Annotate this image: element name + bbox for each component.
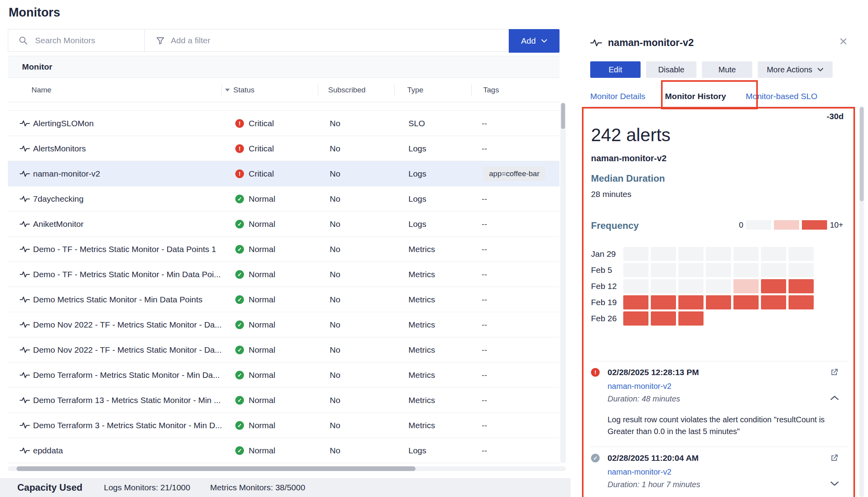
metrics-capacity: Metrics Monitors: 38/5000 [210, 483, 305, 492]
more-actions-button[interactable]: More Actions [758, 61, 833, 78]
heatmap-cell [761, 295, 786, 309]
legend-max: 10+ [830, 221, 843, 230]
monitor-name: Demo - TF - Metrics Static Monitor - Min… [33, 270, 221, 279]
heatmap-cell [678, 247, 704, 261]
search-box[interactable] [8, 29, 144, 52]
table-row[interactable]: naman-monitor-v2 ! Critical No Logs app=… [8, 161, 560, 186]
mute-button[interactable]: Mute [702, 61, 752, 78]
chevron-icon[interactable] [830, 395, 839, 401]
monitor-icon [20, 120, 30, 127]
col-name[interactable]: Name [31, 86, 52, 94]
monitor-icon [20, 321, 30, 328]
heatmap-cell [789, 247, 814, 261]
tag-chip: app=coffee-bar [483, 167, 545, 181]
scrollbar-thumb[interactable] [561, 103, 565, 129]
table-row[interactable]: Demo Terraform 13 - Metrics Static Monit… [8, 388, 560, 413]
search-input[interactable] [34, 35, 129, 46]
status-icon: ✓ [235, 421, 244, 430]
heatmap-cell [623, 311, 648, 326]
close-icon[interactable]: ✕ [839, 35, 848, 48]
chevron-down-icon [541, 39, 547, 43]
tab-monitor-based-slo[interactable]: Monitor-based SLO [746, 92, 817, 101]
table-horizontal-scrollbar[interactable] [8, 466, 566, 471]
table-row[interactable]: Demo - TF - Metrics Static Monitor - Dat… [8, 237, 560, 262]
capacity-label: Capacity Used [17, 482, 82, 493]
tags-value: -- [482, 320, 487, 329]
col-type[interactable]: Type [407, 86, 423, 94]
tags-value: -- [482, 219, 487, 229]
tags-value: -- [482, 295, 487, 304]
add-filter-label: Add a filter [171, 36, 210, 45]
heatmap-cell [678, 263, 704, 277]
monitor-name: Demo Terraform 13 - Metrics Static Monit… [33, 396, 221, 405]
monitor-icon [20, 170, 30, 177]
table-row[interactable]: epddata ✓ Normal No Logs -- [8, 438, 560, 463]
type-value: Logs [408, 194, 427, 204]
scrollbar-thumb[interactable] [860, 107, 864, 201]
table-group-header[interactable]: Monitor [8, 56, 560, 78]
table-row[interactable]: Demo Terraform 3 - Metrics Static Monito… [8, 413, 560, 438]
heatmap-cell [733, 263, 759, 277]
status-icon: ! [235, 119, 244, 128]
alerts-count: 242 alerts [591, 124, 670, 145]
tab-monitor-history[interactable]: Monitor History [665, 92, 726, 101]
subscribed-value: No [330, 270, 340, 279]
disable-button[interactable]: Disable [646, 61, 696, 78]
legend-min: 0 [739, 221, 743, 230]
status-icon: ! [235, 169, 244, 178]
sort-icon [225, 88, 230, 92]
tags-value: -- [482, 270, 487, 279]
heatmap-week-label: Feb 5 [591, 265, 623, 275]
monitor-icon [20, 145, 30, 152]
subscribed-value: No [330, 194, 340, 204]
subscribed-value: No [330, 370, 340, 380]
alert-monitor-link[interactable]: naman-monitor-v2 [608, 468, 671, 477]
table-row[interactable]: Demo Metrics Static Monitor - Min Data P… [8, 287, 560, 312]
type-value: Metrics [408, 421, 435, 430]
capacity-footer: Capacity Used Logs Monitors: 21/1000 Met… [0, 478, 571, 497]
heatmap-week-label: Feb 19 [591, 298, 623, 307]
edit-button[interactable]: Edit [590, 61, 641, 78]
table-row[interactable]: AlertsMonitors ! Critical No Logs -- [8, 136, 560, 161]
heatmap-cell [678, 311, 704, 326]
table-row[interactable]: Demo Nov 2022 - TF - Metrics Static Moni… [8, 312, 560, 337]
status-label: Normal [249, 194, 275, 204]
scrollbar-thumb[interactable] [17, 466, 416, 471]
heatmap-cell [733, 279, 759, 293]
table-row[interactable]: Demo Terraform - Metrics Static Monitor … [8, 363, 560, 388]
add-filter-button[interactable]: Add a filter [145, 36, 210, 45]
table-row[interactable]: 7daychecking ✓ Normal No Logs -- [8, 186, 560, 212]
column-divider [394, 84, 395, 96]
chevron-icon[interactable] [830, 481, 839, 486]
subscribed-value: No [330, 295, 340, 304]
page-title: Monitors [9, 6, 60, 20]
tags-value: -- [482, 446, 487, 455]
table-row[interactable]: AlertingSLOMon ! Critical No SLO -- [8, 111, 560, 136]
open-in-new-icon[interactable] [829, 368, 839, 377]
heatmap-row: Feb 26 [591, 311, 814, 326]
col-status[interactable]: Status [225, 86, 255, 94]
status-icon: ✓ [235, 346, 244, 354]
alert-monitor-link[interactable]: naman-monitor-v2 [608, 382, 671, 391]
col-subscribed[interactable]: Subscribed [328, 86, 366, 94]
add-button[interactable]: Add [509, 29, 560, 53]
monitor-icon [20, 221, 30, 228]
table-row[interactable]: AniketMonitor ✓ Normal No Logs -- [8, 212, 560, 237]
status-icon: ✓ [235, 195, 244, 203]
heatmap-cell [733, 311, 759, 326]
heatmap-week-label: Feb 12 [591, 282, 623, 291]
table-row[interactable]: Demo - TF - Metrics Static Monitor - Min… [8, 262, 560, 287]
col-tags[interactable]: Tags [483, 86, 499, 94]
tab-monitor-details[interactable]: Monitor Details [590, 92, 645, 101]
table-vertical-scrollbar[interactable] [560, 102, 566, 463]
subscribed-value: No [330, 446, 340, 455]
monitor-icon [20, 447, 30, 454]
tags-value: -- [482, 396, 487, 405]
monitor-name: naman-monitor-v2 [33, 169, 100, 179]
open-in-new-icon[interactable] [829, 453, 839, 463]
panel-scrollbar[interactable] [859, 106, 864, 497]
table-row[interactable]: Demo Nov 2022 - TF - Metrics Static Moni… [8, 337, 560, 363]
status-icon: ✓ [235, 371, 244, 379]
heatmap-cell [789, 311, 814, 326]
type-value: Metrics [408, 396, 435, 405]
